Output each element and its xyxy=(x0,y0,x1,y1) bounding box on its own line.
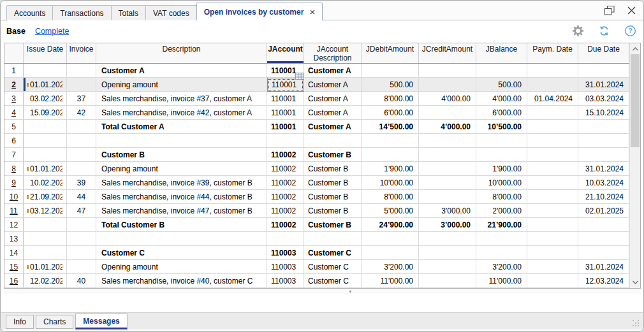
column-header-due-date[interactable]: Due Date xyxy=(578,43,629,63)
cell-picker-icon[interactable] xyxy=(295,73,304,80)
bottom-tab-messages[interactable]: Messages xyxy=(75,314,127,329)
cell-paym-row-5[interactable] xyxy=(527,120,578,134)
cell-debit-row-2[interactable]: 500.00 xyxy=(362,78,419,92)
cell-credit-row-11[interactable]: 3'000.00 xyxy=(419,204,476,218)
cell-due-row-15[interactable]: 31.01.2024 xyxy=(578,260,629,274)
row-number-3[interactable]: 3 xyxy=(4,92,24,106)
cell-invoice-row-3[interactable]: 37 xyxy=(67,92,96,106)
row-number-13[interactable]: 13 xyxy=(4,232,24,246)
cell-jaccdesc-row-4[interactable]: Customer A xyxy=(304,106,362,120)
cell-jaccdesc-row-15[interactable]: Customer C xyxy=(304,260,362,274)
column-header-issue-date[interactable]: Issue Date xyxy=(24,43,67,63)
cell-balance-row-13[interactable] xyxy=(476,232,527,246)
cell-due-row-6[interactable] xyxy=(578,134,629,148)
tab-totals[interactable]: Totals xyxy=(111,5,146,20)
cell-jaccdesc-row-8[interactable]: Customer B xyxy=(304,162,362,176)
cell-balance-row-8[interactable]: 1'900.00 xyxy=(476,162,527,176)
cell-invoice-row-15[interactable] xyxy=(67,260,96,274)
cell-jaccdesc-row-11[interactable]: Customer B xyxy=(304,204,362,218)
cell-debit-row-15[interactable]: 3'200.00 xyxy=(362,260,419,274)
cell-debit-row-13[interactable] xyxy=(362,232,419,246)
restore-window-icon[interactable] xyxy=(604,5,615,15)
row-number-2[interactable]: 2 xyxy=(4,78,24,92)
scroll-down-icon[interactable] xyxy=(630,277,640,287)
cell-due-row-8[interactable]: 31.01.2024 xyxy=(578,162,629,176)
cell-invoice-row-13[interactable] xyxy=(67,232,96,246)
cell-invoice-row-14[interactable] xyxy=(67,246,96,260)
cell-due-row-12[interactable] xyxy=(578,218,629,232)
cell-paym-row-1[interactable] xyxy=(527,64,578,78)
cell-invoice-row-5[interactable] xyxy=(67,120,96,134)
cell-desc-row-14[interactable]: Customer C xyxy=(96,246,267,260)
column-header-jbalance[interactable]: JBalance xyxy=(476,43,527,63)
row-number-10[interactable]: 10 xyxy=(4,190,24,204)
cell-desc-row-13[interactable] xyxy=(96,232,267,246)
cell-due-row-1[interactable] xyxy=(578,64,629,78)
column-header-jcreditamount[interactable]: JCreditAmount xyxy=(419,43,476,63)
cell-jacc-row-14[interactable]: 110003 xyxy=(267,246,304,260)
cell-paym-row-7[interactable] xyxy=(527,148,578,162)
cell-due-row-11[interactable]: 02.01.2025 xyxy=(578,204,629,218)
cell-jacc-row-11[interactable]: 110002 xyxy=(267,204,304,218)
column-header-description[interactable]: Description xyxy=(96,43,267,63)
cell-desc-row-9[interactable]: Sales merchandise, invoice #39, customer… xyxy=(96,176,267,190)
cell-due-row-7[interactable] xyxy=(578,148,629,162)
cell-balance-row-2[interactable]: 500.00 xyxy=(476,78,527,92)
help-icon[interactable]: ? xyxy=(624,25,636,38)
cell-desc-row-6[interactable] xyxy=(96,134,267,148)
cell-balance-row-5[interactable]: 10’500.00 xyxy=(476,120,527,134)
cell-issue-row-8[interactable]: 01.01.2024 xyxy=(24,162,67,176)
cell-paym-row-6[interactable] xyxy=(527,134,578,148)
cell-jaccdesc-row-14[interactable]: Customer C xyxy=(304,246,362,260)
cell-desc-row-3[interactable]: Sales merchandise, invoice #37, customer… xyxy=(96,92,267,106)
row-number-7[interactable]: 7 xyxy=(4,148,24,162)
row-number-6[interactable]: 6 xyxy=(4,134,24,148)
cell-credit-row-7[interactable] xyxy=(419,148,476,162)
cell-paym-row-8[interactable] xyxy=(527,162,578,176)
row-number-9[interactable]: 9 xyxy=(4,176,24,190)
cell-debit-row-12[interactable]: 24’900.00 xyxy=(362,218,419,232)
cell-issue-row-1[interactable] xyxy=(24,64,67,78)
cell-due-row-4[interactable]: 15.10.2024 xyxy=(578,106,629,120)
bottom-tab-info[interactable]: Info xyxy=(6,315,34,329)
cell-balance-row-6[interactable] xyxy=(476,134,527,148)
cell-jacc-row-13[interactable] xyxy=(267,232,304,246)
tab-transactions[interactable]: Transactions xyxy=(52,5,111,20)
cell-jacc-row-10[interactable]: 110002 xyxy=(267,190,304,204)
cell-desc-row-12[interactable]: Total Customer B xyxy=(96,218,267,232)
cell-jaccdesc-row-6[interactable] xyxy=(304,134,362,148)
cell-balance-row-4[interactable]: 6'000.00 xyxy=(476,106,527,120)
cell-due-row-9[interactable]: 10.03.2024 xyxy=(578,176,629,190)
tab-vat-codes[interactable]: VAT codes xyxy=(145,5,197,20)
tab-open-invoices-by-customer[interactable]: Open invoices by customer× xyxy=(196,3,323,20)
tab-close-icon[interactable]: × xyxy=(309,9,315,15)
cell-invoice-row-1[interactable] xyxy=(67,64,96,78)
cell-jacc-row-9[interactable]: 110002 xyxy=(267,176,304,190)
cell-paym-row-14[interactable] xyxy=(527,246,578,260)
cell-due-row-16[interactable]: 12.03.2024 xyxy=(578,274,629,288)
cell-desc-row-8[interactable]: Opening amount xyxy=(96,162,267,176)
cell-issue-row-4[interactable]: 15.09.2024 xyxy=(24,106,67,120)
column-header-jaccount-description[interactable]: JAccount Description xyxy=(304,43,362,63)
cell-balance-row-11[interactable]: 2'000.00 xyxy=(476,204,527,218)
row-number-5[interactable]: 5 xyxy=(4,120,24,134)
row-number-12[interactable]: 12 xyxy=(4,218,24,232)
row-number-4[interactable]: 4 xyxy=(4,106,24,120)
cell-invoice-row-12[interactable] xyxy=(67,218,96,232)
panel-splitter[interactable] xyxy=(4,289,641,294)
row-number-8[interactable]: 8 xyxy=(4,162,24,176)
cell-debit-row-3[interactable]: 8'000.00 xyxy=(362,92,419,106)
cell-credit-row-12[interactable]: 3’000.00 xyxy=(419,218,476,232)
cell-issue-row-11[interactable]: 03.12.2024 xyxy=(24,204,67,218)
cell-invoice-row-8[interactable] xyxy=(67,162,96,176)
row-number-14[interactable]: 14 xyxy=(4,246,24,260)
cell-due-row-2[interactable]: 31.01.2024 xyxy=(578,78,629,92)
cell-issue-row-10[interactable]: 21.09.2024 xyxy=(24,190,67,204)
cell-debit-row-6[interactable] xyxy=(362,134,419,148)
cell-debit-row-14[interactable] xyxy=(362,246,419,260)
cell-issue-row-6[interactable] xyxy=(24,134,67,148)
cell-issue-row-12[interactable] xyxy=(24,218,67,232)
cell-balance-row-15[interactable]: 3'200.00 xyxy=(476,260,527,274)
column-header-paym-date[interactable]: Paym. Date xyxy=(527,43,578,63)
cell-credit-row-15[interactable] xyxy=(419,260,476,274)
